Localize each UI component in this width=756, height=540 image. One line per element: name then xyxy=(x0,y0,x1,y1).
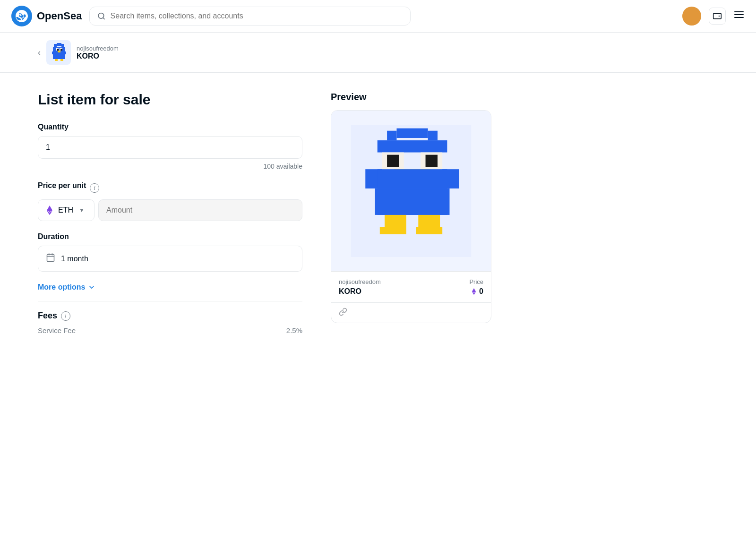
amount-input[interactable] xyxy=(98,199,302,221)
duration-label: Duration xyxy=(38,232,302,241)
preview-card-row1: nojisoufreedom Price xyxy=(339,278,483,285)
preview-owner: nojisoufreedom xyxy=(339,278,381,285)
preview-card: nojisoufreedom Price KORO 0 xyxy=(331,110,491,323)
price-row: ETH ▼ xyxy=(38,199,302,221)
page-title: List item for sale xyxy=(38,92,302,108)
svg-rect-14 xyxy=(60,49,62,51)
wallet-icon[interactable] xyxy=(709,8,726,25)
preview-price-value: 0 xyxy=(479,287,483,296)
svg-rect-41 xyxy=(418,215,440,227)
fee-row: Service Fee 2.5% xyxy=(38,326,302,334)
svg-rect-8 xyxy=(57,43,61,46)
fees-section: Fees i Service Fee 2.5% xyxy=(38,311,302,334)
svg-rect-18 xyxy=(53,54,65,59)
svg-rect-9 xyxy=(61,44,64,47)
svg-rect-33 xyxy=(426,155,438,167)
chevron-down-icon: ▼ xyxy=(79,207,85,214)
duration-input[interactable]: 1 month xyxy=(38,246,302,272)
quantity-section: Quantity 100 available xyxy=(38,123,302,170)
svg-rect-7 xyxy=(54,44,57,47)
link-icon xyxy=(339,308,347,318)
fees-info-icon[interactable]: i xyxy=(61,311,70,321)
breadcrumb: ‹ nojisoufreedom KORO xyxy=(0,33,756,73)
nft-pixel-bird xyxy=(345,125,477,257)
svg-rect-29 xyxy=(378,140,447,152)
svg-rect-32 xyxy=(387,155,399,167)
divider xyxy=(38,301,302,301)
price-section: Price per unit i ETH ▼ xyxy=(38,181,302,221)
preview-price-label: Price xyxy=(469,278,483,285)
svg-rect-20 xyxy=(60,59,63,61)
svg-rect-16 xyxy=(52,51,55,54)
service-fee-label: Service Fee xyxy=(38,326,76,334)
more-options-label: More options xyxy=(38,283,85,291)
breadcrumb-nft-name: KORO xyxy=(77,52,119,60)
svg-rect-2 xyxy=(713,13,722,19)
svg-line-1 xyxy=(103,17,104,19)
svg-rect-28 xyxy=(428,131,438,140)
search-input[interactable] xyxy=(111,12,403,20)
svg-rect-42 xyxy=(380,227,406,234)
avatar[interactable] xyxy=(682,7,701,26)
main-content: List item for sale Quantity 100 availabl… xyxy=(0,73,605,365)
chevron-down-icon xyxy=(88,283,95,291)
svg-rect-15 xyxy=(58,51,60,52)
fees-label-row: Fees i xyxy=(38,311,302,321)
calendar-icon xyxy=(46,253,55,265)
currency-label: ETH xyxy=(58,206,73,214)
duration-value: 1 month xyxy=(61,255,88,263)
currency-select[interactable]: ETH ▼ xyxy=(38,199,94,221)
preview-card-footer xyxy=(331,302,491,323)
available-text: 100 available xyxy=(38,163,302,170)
eth-small-icon xyxy=(471,288,477,295)
preview-title: Preview xyxy=(331,92,510,103)
preview-card-row2: KORO 0 xyxy=(339,287,483,296)
quantity-input[interactable] xyxy=(38,136,302,159)
search-bar[interactable] xyxy=(89,7,411,26)
price-label-row: Price per unit i xyxy=(38,181,302,195)
preview-price-row: 0 xyxy=(471,287,483,296)
logo-text: OpenSea xyxy=(37,10,82,22)
quantity-label: Quantity xyxy=(38,123,302,131)
preview-image-area xyxy=(331,111,491,271)
breadcrumb-text: nojisoufreedom KORO xyxy=(77,45,119,60)
preview-nft-name: KORO xyxy=(339,287,361,296)
svg-rect-13 xyxy=(57,49,59,51)
breadcrumb-thumbnail xyxy=(46,40,71,65)
service-fee-value: 2.5% xyxy=(286,326,302,334)
svg-rect-26 xyxy=(387,131,396,140)
svg-rect-21 xyxy=(47,254,54,261)
duration-section: Duration 1 month xyxy=(38,232,302,272)
price-info-icon[interactable]: i xyxy=(90,183,99,193)
svg-rect-27 xyxy=(396,129,428,138)
svg-rect-19 xyxy=(55,59,58,61)
more-options-button[interactable]: More options xyxy=(38,283,95,291)
header: OpenSea xyxy=(0,0,756,33)
fees-title: Fees xyxy=(38,311,57,321)
svg-rect-17 xyxy=(63,51,66,54)
opensea-logo-icon xyxy=(11,6,32,26)
header-right xyxy=(682,7,745,26)
svg-rect-43 xyxy=(416,227,442,234)
logo[interactable]: OpenSea xyxy=(11,6,82,26)
right-panel: Preview xyxy=(331,92,510,346)
left-panel: List item for sale Quantity 100 availabl… xyxy=(38,92,302,346)
svg-rect-39 xyxy=(375,189,450,215)
svg-rect-40 xyxy=(385,215,406,227)
preview-card-bottom: nojisoufreedom Price KORO 0 xyxy=(331,271,491,302)
menu-icon[interactable] xyxy=(733,9,745,23)
price-label: Price per unit xyxy=(38,181,86,190)
back-button[interactable]: ‹ xyxy=(38,48,41,58)
eth-icon xyxy=(45,206,54,215)
breadcrumb-owner: nojisoufreedom xyxy=(77,45,119,52)
search-icon xyxy=(97,12,105,20)
